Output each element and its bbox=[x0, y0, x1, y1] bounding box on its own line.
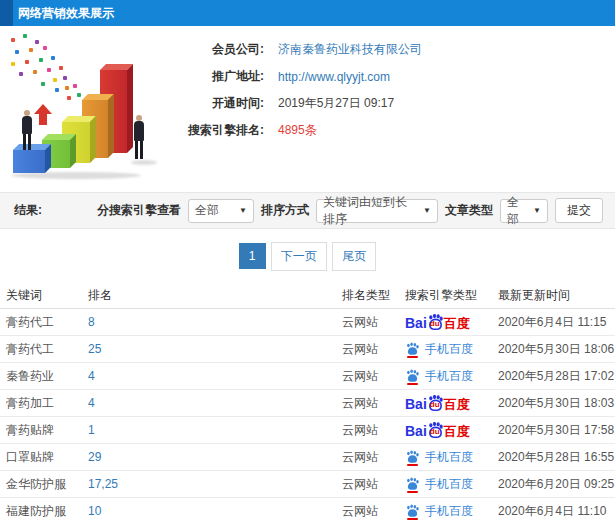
keyword-cell: 福建防护服 bbox=[6, 503, 88, 520]
rank-cell[interactable]: 4 bbox=[88, 396, 342, 410]
updated-cell: 2020年6月20日 09:25 bbox=[498, 476, 615, 493]
info-row-opened: 开通时间: 2019年5月27日 09:17 bbox=[172, 90, 492, 117]
bar-blue bbox=[13, 150, 45, 173]
baidu-logo-cn: 百度 bbox=[444, 317, 470, 330]
rank-cell[interactable]: 29 bbox=[88, 450, 342, 464]
engine-cell: Bai du 百度 bbox=[405, 422, 498, 438]
results-filter-bar: 结果: 分搜索引擎查看 全部 ▼ 排序方式 关键词由短到长排序 ▼ 文章类型 全… bbox=[0, 192, 615, 229]
keyword-cell: 口罩贴牌 bbox=[6, 449, 88, 466]
engine-filter-select[interactable]: 全部 ▼ bbox=[188, 199, 254, 223]
mobile-baidu-logo: 手机百度 bbox=[405, 341, 473, 358]
updated-cell: 2020年5月28日 17:02 bbox=[498, 368, 615, 385]
mobile-baidu-logo: 手机百度 bbox=[405, 476, 473, 493]
baidu-logo: Bai du 百度 bbox=[405, 314, 470, 330]
mobile-baidu-label: 手机百度 bbox=[425, 449, 473, 466]
up-arrow bbox=[34, 104, 52, 125]
mobile-baidu-label: 手机百度 bbox=[425, 503, 473, 520]
chevron-down-icon: ▼ bbox=[533, 206, 541, 215]
engine-cell: Bai du 百度 bbox=[405, 314, 498, 330]
page-current[interactable]: 1 bbox=[239, 243, 266, 269]
baidu-logo: Bai du 百度 bbox=[405, 422, 470, 438]
updated-cell: 2020年6月4日 11:15 bbox=[498, 314, 615, 331]
table-row: 膏药代工 8 云网站 Bai du 百度 bbox=[0, 309, 615, 336]
table-row: 秦鲁药业 4 云网站 Bai du 百度 bbox=[0, 363, 615, 390]
baidu-logo-du: du bbox=[430, 428, 440, 436]
mobile-baidu-label: 手机百度 bbox=[425, 368, 473, 385]
rank-cell[interactable]: 1 bbox=[88, 423, 342, 437]
engine-cell: Bai du 百度 bbox=[405, 449, 498, 466]
rank-type-cell: 云网站 bbox=[342, 503, 405, 520]
engine-cell: Bai du 百度 bbox=[405, 341, 498, 358]
sort-filter-value: 关键词由短到长排序 bbox=[323, 194, 417, 228]
rank-type-cell: 云网站 bbox=[342, 314, 405, 331]
results-label: 结果: bbox=[14, 202, 42, 219]
sort-filter-select[interactable]: 关键词由短到长排序 ▼ bbox=[316, 199, 438, 223]
baidu-logo: Bai du 百度 bbox=[405, 395, 470, 411]
submit-button[interactable]: 提交 bbox=[555, 198, 603, 223]
pagination: 1 下一页 尾页 bbox=[0, 229, 615, 283]
keyword-cell: 膏药贴牌 bbox=[6, 422, 88, 439]
rank-type-cell: 云网站 bbox=[342, 449, 405, 466]
mobile-baidu-logo: 手机百度 bbox=[405, 368, 473, 385]
baidu-paw-icon: du bbox=[427, 422, 444, 438]
info-row-rankcount: 搜索引擎排名: 4895条 bbox=[172, 117, 492, 144]
rank-cell[interactable]: 8 bbox=[88, 315, 342, 329]
baidu-paw-icon: du bbox=[427, 314, 444, 330]
growth-chart-illustration bbox=[5, 30, 170, 185]
rankcount-label: 搜索引擎排名: bbox=[172, 122, 264, 139]
engine-cell: Bai du 百度 bbox=[405, 503, 498, 520]
updated-cell: 2020年6月4日 11:10 bbox=[498, 503, 615, 520]
table-row: 膏药代工 25 云网站 Bai du 百度 bbox=[0, 336, 615, 363]
baidu-logo-bai: Bai bbox=[405, 316, 427, 330]
account-info: 会员公司: 济南秦鲁药业科技有限公司 推广地址: http://www.qlyy… bbox=[172, 36, 492, 144]
baidu-logo-cn: 百度 bbox=[444, 425, 470, 438]
businessman-right bbox=[134, 115, 144, 159]
rank-type-cell: 云网站 bbox=[342, 395, 405, 412]
page-title: 网络营销效果展示 bbox=[18, 5, 114, 22]
chevron-down-icon: ▼ bbox=[239, 206, 247, 215]
baidu-logo-du: du bbox=[430, 320, 440, 328]
summary-section: 会员公司: 济南秦鲁药业科技有限公司 推广地址: http://www.qlyy… bbox=[0, 26, 615, 192]
baidu-logo-du: du bbox=[430, 401, 440, 409]
header-updated: 最新更新时间 bbox=[498, 287, 615, 304]
article-type-select[interactable]: 全部 ▼ bbox=[500, 199, 548, 223]
businessman-left bbox=[22, 110, 32, 150]
rank-cell[interactable]: 25 bbox=[88, 342, 342, 356]
mobile-baidu-icon bbox=[405, 504, 420, 518]
url-label: 推广地址: bbox=[172, 68, 264, 85]
rank-cell[interactable]: 10 bbox=[88, 504, 342, 518]
baidu-paw-icon: du bbox=[427, 395, 444, 411]
rank-type-cell: 云网站 bbox=[342, 368, 405, 385]
mobile-baidu-logo: 手机百度 bbox=[405, 503, 473, 520]
updated-cell: 2020年5月30日 18:06 bbox=[498, 341, 615, 358]
header-rank-type: 排名类型 bbox=[342, 287, 405, 304]
updated-cell: 2020年5月30日 17:58 bbox=[498, 422, 615, 439]
rank-type-cell: 云网站 bbox=[342, 422, 405, 439]
page-last[interactable]: 尾页 bbox=[332, 242, 376, 271]
engine-cell: Bai du 百度 bbox=[405, 368, 498, 385]
rank-cell[interactable]: 17,25 bbox=[88, 477, 342, 491]
article-type-value: 全部 bbox=[507, 194, 527, 228]
rankcount-value: 4895条 bbox=[278, 122, 317, 139]
promotion-url-link[interactable]: http://www.qlyyjt.com bbox=[278, 70, 390, 84]
table-row: 金华防护服 17,25 云网站 Bai du 百度 bbox=[0, 471, 615, 498]
header-rank: 排名 bbox=[88, 287, 342, 304]
table-row: 福建防护服 10 云网站 Bai du 百度 bbox=[0, 498, 615, 520]
baidu-logo-bai: Bai bbox=[405, 424, 427, 438]
company-label: 会员公司: bbox=[172, 41, 264, 58]
mobile-baidu-logo: 手机百度 bbox=[405, 449, 473, 466]
page-next[interactable]: 下一页 bbox=[271, 242, 327, 271]
header-keyword: 关键词 bbox=[6, 287, 88, 304]
mobile-baidu-label: 手机百度 bbox=[425, 341, 473, 358]
updated-cell: 2020年5月28日 16:55 bbox=[498, 449, 615, 466]
keyword-cell: 金华防护服 bbox=[6, 476, 88, 493]
updated-cell: 2020年5月30日 18:03 bbox=[498, 395, 615, 412]
engine-cell: Bai du 百度 bbox=[405, 476, 498, 493]
rank-cell[interactable]: 4 bbox=[88, 369, 342, 383]
engine-filter-value: 全部 bbox=[195, 202, 219, 219]
mobile-baidu-icon bbox=[405, 477, 420, 491]
mobile-baidu-icon bbox=[405, 342, 420, 356]
mobile-baidu-label: 手机百度 bbox=[425, 476, 473, 493]
keyword-cell: 秦鲁药业 bbox=[6, 368, 88, 385]
company-link[interactable]: 济南秦鲁药业科技有限公司 bbox=[278, 41, 422, 58]
